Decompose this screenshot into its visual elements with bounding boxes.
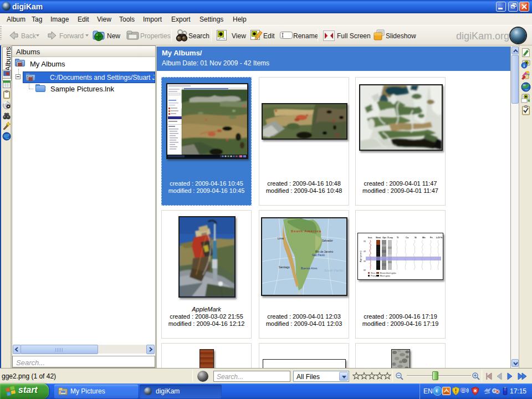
svg-text:X-ray: X-ray — [387, 236, 393, 239]
svg-text:South America: South America — [291, 229, 321, 233]
svg-text:Priory: Priory — [371, 275, 376, 277]
svg-text:Inst.: Inst. — [368, 236, 372, 239]
svg-text:Sao Paulo: Sao Paulo — [312, 253, 325, 257]
svg-text:Si: Si — [415, 236, 417, 239]
svg-text:Strat: Strat — [376, 236, 381, 239]
svg-text:Ti: Ti — [397, 236, 398, 239]
svg-text:Lima: Lima — [278, 237, 284, 240]
svg-text:49: 49 — [364, 250, 366, 253]
svg-text:89: 89 — [364, 269, 366, 272]
svg-text:Opt: Opt — [382, 236, 387, 239]
svg-text:Salvador: Salvador — [322, 239, 333, 242]
svg-text:Black gyttja: Black gyttja — [380, 275, 390, 277]
svg-text:Fe: Fe — [430, 236, 433, 239]
svg-text:Ca: Ca — [406, 236, 409, 239]
svg-text:South Pacific: South Pacific — [324, 269, 344, 272]
svg-text:Buenos Aires: Buenos Aires — [301, 267, 318, 270]
svg-text:Reca: Reca — [371, 272, 375, 274]
svg-text:LOI %: LOI % — [436, 236, 443, 239]
svg-text:Brown-black gyttja: Brown-black gyttja — [380, 272, 396, 274]
svg-text:99: 99 — [364, 241, 366, 243]
svg-text:Age (years): Age (years) — [359, 250, 362, 262]
svg-text:Santiago: Santiago — [279, 265, 290, 269]
svg-text:99: 99 — [364, 260, 366, 263]
svg-text:Mn: Mn — [422, 236, 426, 239]
